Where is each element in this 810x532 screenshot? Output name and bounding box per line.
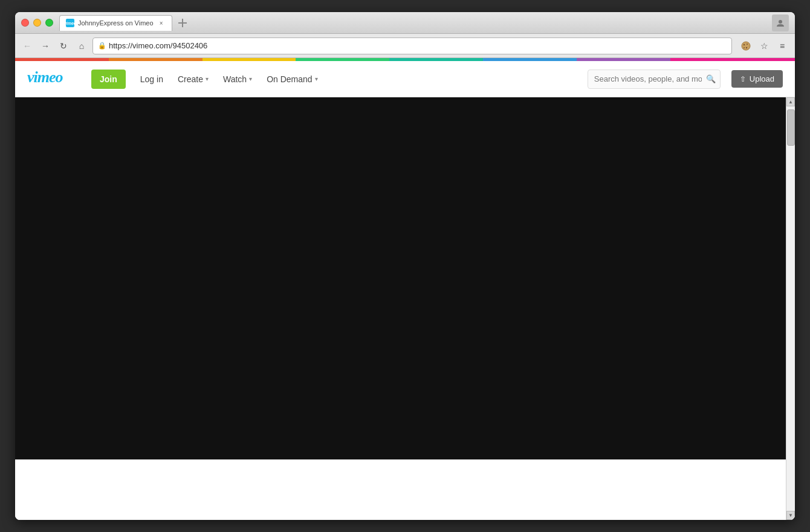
browser-tab[interactable]: vimeo JohnnyExpress on Vimeo ×: [59, 15, 172, 31]
vimeo-logo[interactable]: vimeo: [27, 68, 82, 90]
tab-bar: vimeo JohnnyExpress on Vimeo ×: [59, 15, 772, 31]
svg-point-7: [744, 47, 745, 48]
profile-button[interactable]: [772, 15, 789, 31]
maximize-button[interactable]: [45, 19, 53, 27]
create-chevron-icon: ▾: [206, 76, 209, 82]
tab-close-button[interactable]: ×: [157, 19, 166, 27]
ssl-lock-icon: 🔒: [98, 42, 106, 50]
refresh-button[interactable]: ↻: [56, 39, 71, 53]
nav-on-demand[interactable]: On Demand ▾: [259, 74, 325, 84]
svg-point-3: [742, 42, 750, 50]
back-button[interactable]: ←: [20, 39, 34, 53]
svg-point-4: [744, 44, 745, 45]
search-input[interactable]: [588, 70, 721, 89]
search-wrapper: 🔍: [588, 70, 721, 89]
tab-title: JohnnyExpress on Vimeo: [78, 19, 154, 27]
browser-window: vimeo JohnnyExpress on Vimeo × ← → ↻ ⌂ 🔒: [15, 12, 795, 520]
address-bar: ← → ↻ ⌂ 🔒 https://vimeo.com/94502406 ☆ ≡: [15, 34, 795, 58]
svg-point-5: [747, 44, 748, 45]
upload-button[interactable]: ⇧ Upload: [731, 70, 783, 88]
home-button[interactable]: ⌂: [74, 39, 89, 53]
nav-login[interactable]: Log in: [133, 74, 170, 84]
forward-button[interactable]: →: [38, 39, 53, 53]
svg-rect-1: [178, 22, 187, 24]
window-controls: [21, 19, 53, 27]
nav-watch[interactable]: Watch ▾: [216, 74, 259, 84]
search-icon: 🔍: [706, 74, 716, 83]
video-player[interactable]: [15, 97, 786, 459]
upload-icon: ⇧: [740, 75, 746, 83]
join-button[interactable]: Join: [91, 70, 126, 89]
nav-create[interactable]: Create ▾: [170, 74, 216, 84]
url-bar[interactable]: 🔒 https://vimeo.com/94502406: [92, 37, 732, 54]
new-tab-button[interactable]: [175, 15, 190, 31]
scrollbar-down-button[interactable]: ▼: [786, 511, 795, 520]
on-demand-chevron-icon: ▾: [315, 76, 318, 82]
scrollbar-thumb[interactable]: [787, 109, 795, 146]
cookie-icon[interactable]: [738, 38, 754, 54]
svg-text:vimeo: vimeo: [27, 68, 63, 86]
scrollbar-up-button[interactable]: ▲: [786, 97, 795, 106]
minimize-button[interactable]: [33, 19, 41, 27]
svg-point-2: [779, 20, 782, 24]
url-text: https://vimeo.com/94502406: [109, 41, 207, 50]
below-video-content: [15, 459, 786, 520]
desktop: vimeo JohnnyExpress on Vimeo × ← → ↻ ⌂ 🔒: [0, 0, 810, 532]
content-area: ▲ ▼: [15, 97, 795, 520]
main-content: [15, 97, 786, 520]
bookmark-star-icon[interactable]: ☆: [756, 38, 772, 54]
svg-point-6: [746, 47, 747, 48]
title-bar: vimeo JohnnyExpress on Vimeo ×: [15, 12, 795, 34]
menu-icon[interactable]: ≡: [774, 38, 790, 54]
vimeo-navbar: vimeo Join Log in Create ▾ Watch ▾ On De…: [15, 61, 795, 97]
scrollbar: ▲ ▼: [786, 97, 795, 520]
nav-search-area: 🔍 ⇧ Upload: [588, 70, 783, 89]
page-content: vimeo Join Log in Create ▾ Watch ▾ On De…: [15, 61, 795, 520]
tab-favicon: vimeo: [66, 19, 74, 27]
browser-actions: ☆ ≡: [738, 38, 790, 54]
close-button[interactable]: [21, 19, 29, 27]
watch-chevron-icon: ▾: [249, 76, 252, 82]
